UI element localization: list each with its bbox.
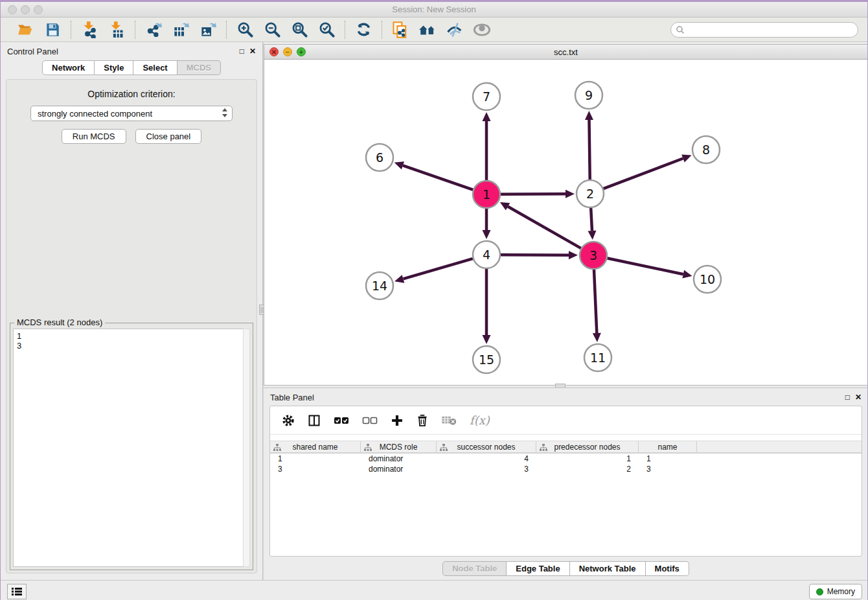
network-graph-canvas[interactable]: 7968124314101511 (264, 60, 867, 385)
column-header-label: predecessor nodes (554, 443, 620, 452)
mcds-result-list[interactable]: 1 3 (13, 329, 250, 567)
edge-arrowhead (682, 270, 692, 279)
graph-node-label-8: 8 (702, 143, 710, 157)
network-window-titlebar[interactable]: scc.txt ✕ − + (264, 45, 867, 60)
select-all-columns-icon[interactable] (334, 416, 349, 425)
delete-table-icon[interactable] (441, 415, 457, 426)
tab-mcds[interactable]: MCDS (177, 60, 221, 75)
table-cell[interactable]: 3 (270, 464, 361, 474)
add-column-icon[interactable] (391, 414, 404, 427)
zoom-selected-icon[interactable] (317, 21, 336, 39)
optimization-criterion-select[interactable]: strongly connected component (30, 106, 233, 121)
edge-3-1[interactable] (508, 207, 581, 248)
delete-column-icon[interactable] (417, 414, 428, 427)
column-header-label: name (657, 443, 677, 452)
run-mcds-button[interactable]: Run MCDS (62, 129, 126, 144)
tab-style[interactable]: Style (95, 60, 133, 75)
edge-1-6[interactable] (403, 165, 473, 189)
edge-arrowhead (585, 111, 593, 120)
edge-2-8[interactable] (604, 158, 683, 189)
save-session-icon[interactable] (43, 21, 62, 39)
control-panel: Control Panel □ ✕ NetworkStyleSelectMCDS… (1, 42, 262, 580)
open-session-icon[interactable] (16, 21, 34, 39)
float-panel-icon[interactable]: □ (240, 47, 244, 55)
column-header-MCDS-role[interactable]: MCDS role (361, 441, 437, 452)
table-row[interactable]: 1dominator411 (270, 454, 862, 464)
unselect-all-columns-icon[interactable] (362, 416, 378, 425)
window-title: Session: New Session (1, 5, 867, 14)
graph-node-label-14: 14 (372, 279, 387, 293)
split-view-icon[interactable] (308, 414, 321, 427)
import-table-icon[interactable] (108, 21, 126, 39)
table-cell[interactable]: 2 (536, 464, 639, 474)
column-header-predecessor-nodes[interactable]: predecessor nodes (536, 441, 639, 452)
edge-3-10[interactable] (608, 259, 683, 275)
table-cell[interactable]: 4 (437, 454, 536, 464)
mcds-result-group: MCDS result (2 nodes) 1 3 (10, 323, 253, 570)
edge-4-14[interactable] (403, 259, 472, 279)
column-header-successor-nodes[interactable]: successor nodes (437, 441, 536, 452)
table-cell[interactable]: 1 (536, 454, 639, 464)
table-cell[interactable]: dominator (361, 464, 437, 474)
column-type-icon (273, 444, 281, 452)
network-maximize-button[interactable]: + (297, 47, 306, 56)
tab-select[interactable]: Select (133, 60, 177, 75)
edge-2-9[interactable] (589, 120, 590, 179)
close-panel-button[interactable]: Close panel (135, 129, 202, 144)
search-field[interactable] (685, 25, 858, 34)
table-cell[interactable]: 1 (639, 454, 697, 464)
tab-network[interactable]: Network (42, 60, 95, 75)
table-cell[interactable]: 3 (639, 464, 697, 474)
column-header-shared-name[interactable]: shared name (270, 441, 361, 452)
app-window: Session: New Session (0, 0, 868, 600)
column-header-name[interactable]: name (639, 441, 697, 452)
table-cell[interactable]: dominator (361, 454, 437, 464)
duplicate-network-icon[interactable] (391, 21, 409, 39)
search-icon (676, 25, 685, 34)
table-tab-edge-table[interactable]: Edge Table (507, 561, 569, 576)
table-panel: Table Panel □ ✕ (264, 387, 868, 580)
table-row[interactable]: 3dominator323 (270, 464, 862, 474)
search-input[interactable] (670, 22, 858, 38)
dropdown-value: strongly connected component (38, 109, 152, 119)
table-cell[interactable]: 3 (437, 464, 536, 474)
result-scrollbar[interactable] (243, 329, 250, 567)
float-table-panel-icon[interactable]: □ (845, 393, 850, 401)
gear-icon[interactable] (282, 414, 295, 427)
titlebar: Session: New Session (1, 2, 867, 17)
network-minimize-button[interactable]: − (283, 47, 292, 56)
network-view-window: scc.txt ✕ − + 7968124314101511 (264, 44, 868, 386)
function-builder-icon[interactable]: f(x) (470, 413, 490, 427)
show-graphics-details-icon[interactable] (446, 21, 464, 39)
zoom-in-icon[interactable] (236, 21, 254, 39)
search-area (670, 22, 858, 38)
zoom-fit-icon[interactable] (290, 21, 308, 39)
graph-node-label-2: 2 (586, 187, 594, 201)
close-table-panel-icon[interactable]: ✕ (855, 393, 862, 401)
export-network-icon[interactable] (144, 21, 163, 39)
task-history-button[interactable] (7, 584, 27, 599)
table-cell[interactable]: 1 (270, 454, 361, 464)
network-window-title: scc.txt (264, 47, 867, 57)
refresh-layout-icon[interactable] (354, 21, 372, 39)
edge-3-11[interactable] (594, 270, 597, 333)
table-tab-motifs[interactable]: Motifs (646, 561, 689, 576)
optimization-criterion-label: Optimization criterion: (87, 89, 175, 99)
import-network-icon[interactable] (80, 21, 98, 39)
birds-eye-view-icon[interactable] (473, 21, 491, 39)
network-close-button[interactable]: ✕ (269, 47, 279, 56)
first-neighbors-icon[interactable] (418, 21, 437, 39)
export-table-icon[interactable] (172, 21, 190, 39)
graph-node-label-10: 10 (700, 272, 715, 286)
column-type-icon (540, 444, 547, 452)
table-tab-network-table[interactable]: Network Table (570, 561, 646, 576)
graph-node-label-9: 9 (585, 88, 593, 102)
memory-button[interactable]: Memory (809, 584, 862, 599)
close-panel-icon[interactable]: ✕ (249, 47, 256, 55)
edge-2-3[interactable] (591, 208, 592, 231)
edge-4-3[interactable] (501, 255, 569, 255)
table-tab-node-table[interactable]: Node Table (442, 561, 507, 576)
export-image-icon[interactable] (199, 21, 217, 39)
edge-1-2[interactable] (501, 194, 565, 194)
zoom-out-icon[interactable] (263, 21, 281, 39)
